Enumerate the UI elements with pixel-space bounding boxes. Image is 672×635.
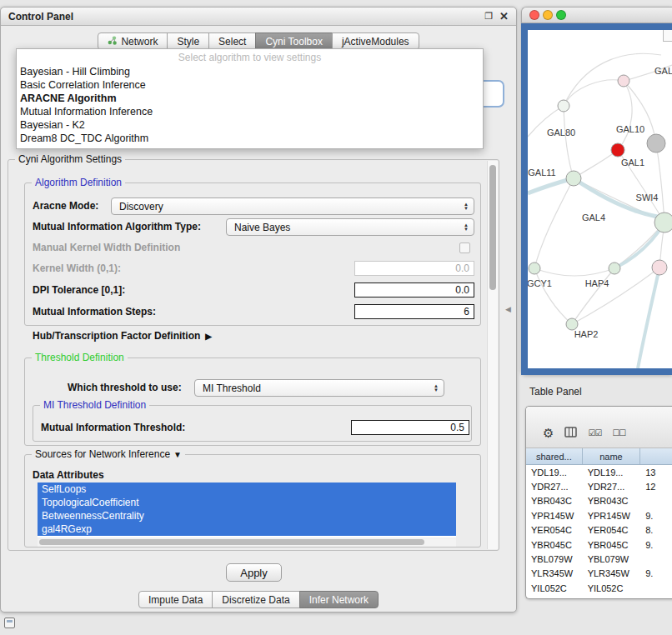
- column-header-3[interactable]: [640, 448, 672, 464]
- table-cell: YLR345W: [526, 568, 583, 578]
- sources-legend-toggle[interactable]: Sources for Network Inference ▼: [32, 448, 185, 460]
- column-header-shared[interactable]: shared...: [526, 448, 583, 464]
- dpi-tolerance-label: DPI Tolerance [0,1]:: [33, 284, 125, 296]
- algorithm-option-basic-correlation-inference[interactable]: Basic Correlation Inference: [17, 78, 483, 92]
- table-cell: YLR345W: [583, 568, 641, 578]
- network-window-titlebar[interactable]: [521, 7, 672, 23]
- splitter-collapse-arrow[interactable]: ◀: [505, 305, 511, 313]
- table-row[interactable]: YLR345WYLR345W9.: [526, 567, 672, 581]
- table-row[interactable]: YIL052CYIL052C: [526, 581, 672, 595]
- network-node[interactable]: [558, 100, 569, 112]
- table-cell: YBR043C: [583, 496, 641, 506]
- table-row[interactable]: YPR145WYPR145W9.: [526, 508, 672, 522]
- table-cell: YBL079W: [526, 554, 583, 564]
- table-row[interactable]: YBL079WYBL079W: [526, 552, 672, 566]
- panel-dock-icon[interactable]: [4, 618, 15, 628]
- algorithm-option-mutual-information-inference[interactable]: Mutual Information Inference: [17, 105, 483, 118]
- gear-icon[interactable]: ⚙: [543, 427, 554, 439]
- network-edge[interactable]: [638, 268, 659, 368]
- algorithm-option-aracne-algorithm[interactable]: ARACNE Algorithm: [17, 92, 483, 105]
- table-cell: YDL19...: [583, 468, 641, 478]
- network-graph[interactable]: GALGAL80GAL10GAL1GAL11SWI4GAL4GCY1HAP4HA…: [528, 30, 672, 368]
- tab-label: Discretize Data: [222, 594, 289, 606]
- table-cell: YPR145W: [583, 511, 641, 521]
- combo-down-icon: ▼: [464, 228, 469, 232]
- network-edge[interactable]: [534, 268, 614, 276]
- canvas-corner-button[interactable]: [663, 30, 672, 42]
- mi-threshold-field[interactable]: 0.5: [351, 420, 469, 435]
- network-node[interactable]: [647, 134, 665, 152]
- attribute-list[interactable]: SelfLoopsTopologicalCoefficientBetweenne…: [38, 482, 456, 538]
- kernel-width-field[interactable]: 0.0: [354, 261, 474, 276]
- data-attributes-label: Data Attributes: [33, 469, 104, 481]
- mi-steps-field[interactable]: 6: [354, 304, 474, 319]
- network-edge[interactable]: [534, 178, 574, 268]
- network-node[interactable]: [609, 262, 620, 274]
- close-traffic-light-icon[interactable]: [529, 10, 539, 20]
- tab-infer-network[interactable]: Infer Network: [299, 591, 379, 608]
- network-node[interactable]: [611, 143, 624, 157]
- attribute-item-gal4rgexp[interactable]: gal4RGexp: [38, 522, 456, 536]
- control-panel-titlebar[interactable]: Control Panel ❐ ✕: [1, 8, 516, 26]
- settings-scrollbar-thumb[interactable]: [489, 165, 496, 290]
- attribute-list-hscrollbar[interactable]: [38, 538, 456, 547]
- table-cell: YBR043C: [526, 496, 583, 506]
- checked-boxes-icon[interactable]: ☑☑: [588, 428, 601, 438]
- apply-button[interactable]: Apply: [226, 563, 282, 582]
- mi-algorithm-type-select[interactable]: Naive Bayes ▲ ▼: [226, 218, 474, 236]
- hub-section-toggle[interactable]: Hub/Transcription Factor Definition ▶: [33, 330, 212, 342]
- network-canvas[interactable]: GALGAL80GAL10GAL1GAL11SWI4GAL4GCY1HAP4HA…: [528, 30, 672, 368]
- network-edge[interactable]: [564, 106, 574, 178]
- table-cell: YER054C: [583, 525, 641, 535]
- table-cell: 9.: [640, 568, 672, 578]
- tab-label: Select: [218, 36, 246, 48]
- network-node[interactable]: [566, 318, 578, 330]
- settings-scrollbar[interactable]: [487, 161, 498, 549]
- columns-icon[interactable]: [564, 426, 577, 441]
- tab-impute-data[interactable]: Impute Data: [138, 591, 213, 608]
- tab-style[interactable]: Style: [167, 32, 209, 50]
- minimize-traffic-light-icon[interactable]: [543, 10, 553, 20]
- close-window-icon[interactable]: ✕: [499, 11, 509, 22]
- attribute-item-betweennesscentrality[interactable]: BetweennessCentrality: [38, 509, 456, 522]
- algorithm-option-bayesian-k2[interactable]: Bayesian - K2: [17, 118, 483, 132]
- network-edge[interactable]: [618, 81, 632, 150]
- network-edge[interactable]: [572, 268, 659, 324]
- attribute-item-topologicalcoefficient[interactable]: TopologicalCoefficient: [38, 496, 456, 509]
- combo-arrows-icon: ▲ ▼: [434, 384, 439, 392]
- node-label-hap4: HAP4: [585, 278, 609, 288]
- tab-network[interactable]: Network: [98, 32, 168, 50]
- network-node[interactable]: [618, 75, 629, 87]
- table-row[interactable]: YDR27...YDR27...12: [526, 479, 672, 493]
- aracne-mode-select[interactable]: Discovery ▲ ▼: [111, 198, 474, 215]
- network-edge[interactable]: [534, 268, 572, 324]
- table-cell: YIL052C: [583, 583, 641, 593]
- which-threshold-select[interactable]: MI Threshold ▲ ▼: [194, 379, 444, 397]
- aracne-mode-value: Discovery: [119, 201, 163, 212]
- zoom-traffic-light-icon[interactable]: [556, 10, 566, 20]
- unchecked-boxes-icon[interactable]: ☐☐: [612, 428, 625, 438]
- table-row[interactable]: YDL19...YDL19...13: [526, 465, 672, 479]
- network-node[interactable]: [566, 171, 581, 186]
- network-node[interactable]: [652, 260, 667, 275]
- network-node[interactable]: [529, 262, 540, 274]
- algorithm-option-dream8-dc-tdc-algorithm[interactable]: Dream8 DC_TDC Algorithm: [17, 132, 483, 145]
- table-cell: YBR045C: [583, 540, 641, 550]
- attribute-list-hscrollbar-thumb[interactable]: [39, 539, 424, 545]
- network-node[interactable]: [654, 212, 672, 232]
- table-row[interactable]: YBR043CYBR043C: [526, 494, 672, 508]
- restore-window-icon[interactable]: ❐: [484, 12, 493, 21]
- algorithm-option-bayesian-hill-climbing[interactable]: Bayesian - Hill Climbing: [17, 65, 483, 78]
- network-edge[interactable]: [564, 80, 624, 106]
- column-header-name[interactable]: name: [583, 448, 641, 464]
- tab-jactivemodules[interactable]: jActiveModules: [332, 32, 419, 50]
- tab-cyni-toolbox[interactable]: Cyni Toolbox: [255, 32, 332, 50]
- attribute-item-selfloops[interactable]: SelfLoops: [38, 482, 456, 496]
- table-row[interactable]: YER054CYER054C8.: [526, 523, 672, 538]
- dpi-tolerance-field[interactable]: 0.0: [354, 282, 474, 298]
- network-edge[interactable]: [572, 268, 614, 324]
- table-row[interactable]: YBR045CYBR045C9.: [526, 538, 672, 552]
- tab-select[interactable]: Select: [208, 32, 256, 50]
- tab-discretize-data[interactable]: Discretize Data: [212, 591, 299, 608]
- manual-kernel-width-checkbox[interactable]: [459, 242, 470, 253]
